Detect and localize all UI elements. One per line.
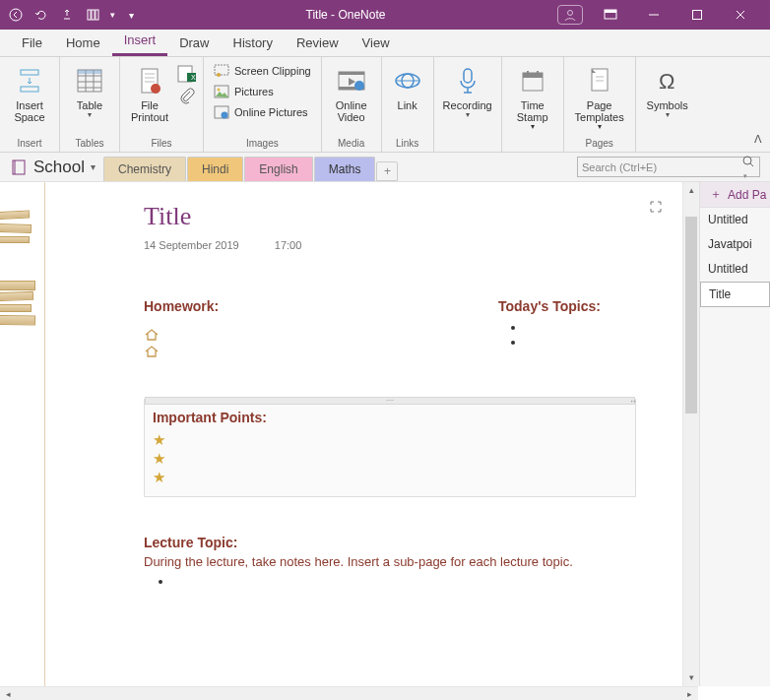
star-icon: ★ [153,450,627,469]
insert-space-button[interactable]: Insert Space [6,61,53,123]
notebook-name: School [33,158,85,177]
container-handle[interactable]: ···· [145,397,635,405]
tab-review[interactable]: Review [285,32,351,56]
undo-icon[interactable] [33,7,49,23]
svg-point-31 [222,112,228,119]
lecture-topic-body[interactable]: During the lecture, take notes here. Ins… [144,554,626,569]
table-icon [74,65,105,96]
table-button[interactable]: Table [66,61,113,120]
search-icon: ▾ [741,155,755,180]
online-pictures-button[interactable]: Online Pictures [210,102,315,122]
recording-icon [452,65,483,96]
section-hindi[interactable]: Hindi [187,157,243,181]
page-list-item[interactable]: Title [700,282,770,307]
insert-space-icon [14,65,45,96]
add-section-button[interactable]: + [376,161,398,181]
scroll-right-icon[interactable]: ▸ [681,687,698,700]
svg-rect-6 [605,10,616,13]
group-images-label: Images [246,136,279,152]
scroll-down-icon[interactable]: ▾ [683,669,699,686]
menu-tabs: File Home Insert Draw History Review Vie… [0,30,770,57]
lecture-topic-heading[interactable]: Lecture Topic: [144,535,237,550]
svg-point-50 [743,157,751,164]
horizontal-scrollbar[interactable]: ◂ ▸ [0,686,698,700]
svg-rect-1 [88,10,91,20]
group-links-label: Links [396,136,418,152]
tab-view[interactable]: View [351,32,402,56]
page-date[interactable]: 14 September 2019 [144,239,239,251]
lecture-bullets[interactable] [173,574,177,589]
pictures-button[interactable]: Pictures [210,82,315,101]
section-maths[interactable]: Maths [314,157,376,181]
svg-point-0 [10,9,22,21]
svg-point-29 [218,89,221,92]
page-list-panel: ＋ Add Pa Untitled Javatpoi Untitled Titl… [699,182,770,686]
container-resize-icon[interactable]: ↔ [629,397,637,406]
notebook-bar: School ▾ Chemistry Hindi English Maths +… [0,153,770,182]
add-page-button[interactable]: ＋ Add Pa [700,182,770,208]
group-media-label: Media [338,136,364,152]
svg-rect-17 [78,70,101,74]
important-points-heading[interactable]: Important Points: [153,410,627,425]
tab-history[interactable]: History [222,32,285,56]
topics-list[interactable] [526,320,530,350]
ribbon-display-icon[interactable] [589,0,632,30]
title-bar: ▾ ▾ Title - OneNote [0,0,770,30]
page-time[interactable]: 17:00 [275,239,302,251]
collapse-ribbon-icon[interactable]: ᐱ [754,133,762,146]
touch-mode-icon[interactable] [59,7,75,23]
homework-heading[interactable]: Homework: [144,298,219,314]
house-icon [144,345,160,358]
topics-heading[interactable]: Today's Topics: [498,298,601,314]
svg-text:X: X [191,74,196,81]
back-icon[interactable] [8,7,24,23]
svg-rect-26 [215,65,228,75]
fullscreen-icon[interactable] [649,200,665,216]
online-video-button[interactable]: Online Video [328,61,375,123]
page-title[interactable]: Title [144,202,191,231]
file-printout-button[interactable]: File Printout [126,61,173,123]
homework-list[interactable] [144,328,160,361]
close-icon[interactable] [719,0,762,30]
window-title: Title - OneNote [134,8,557,22]
group-insert-label: Insert [17,136,41,152]
page-canvas[interactable]: Title 14 September 2019 17:00 Homework: … [45,182,682,686]
svg-point-22 [151,84,160,94]
screen-clipping-button[interactable]: Screen Clipping [210,61,315,81]
symbols-button[interactable]: Ω Symbols [642,61,693,120]
page-list-item[interactable]: Untitled [700,208,770,232]
section-english[interactable]: English [244,157,312,181]
svg-rect-33 [339,72,364,75]
link-icon [392,65,423,96]
page-templates-button[interactable]: Page Templates▾ [570,61,629,132]
page-templates-icon [584,65,615,96]
link-button[interactable]: Link [388,61,427,111]
group-tables-label: Tables [76,136,104,152]
note-container[interactable]: ···· ↔ Important Points: ★ ★ ★ [144,399,636,497]
minimize-icon[interactable] [632,0,675,30]
tab-file[interactable]: File [10,32,54,56]
scroll-up-icon[interactable]: ▴ [683,182,699,199]
dock-icon[interactable] [85,7,100,23]
time-stamp-button[interactable]: Time Stamp▾ [508,61,557,132]
svg-rect-3 [96,10,98,20]
recording-button[interactable]: Recording [440,61,495,120]
search-input[interactable]: Search (Ctrl+E) ▾ [577,157,760,177]
group-files-label: Files [151,136,171,152]
content-area: Title 14 September 2019 17:00 Homework: … [0,182,770,686]
spreadsheet-button[interactable]: X [177,65,197,83]
account-icon[interactable] [557,5,583,25]
house-icon [144,328,160,342]
scroll-left-icon[interactable]: ◂ [0,687,17,700]
section-chemistry[interactable]: Chemistry [103,157,186,181]
tab-home[interactable]: Home [54,32,112,56]
file-attachment-button[interactable] [177,87,197,104]
maximize-icon[interactable] [675,0,719,30]
vertical-scrollbar[interactable]: ▴ ▾ [682,182,699,686]
page-list-item[interactable]: Javatpoi [700,232,770,257]
scroll-thumb[interactable] [685,217,697,414]
tab-insert[interactable]: Insert [112,29,168,56]
notebook-selector[interactable]: School ▾ [10,158,96,177]
page-list-item[interactable]: Untitled [700,257,770,282]
tab-draw[interactable]: Draw [167,32,221,56]
